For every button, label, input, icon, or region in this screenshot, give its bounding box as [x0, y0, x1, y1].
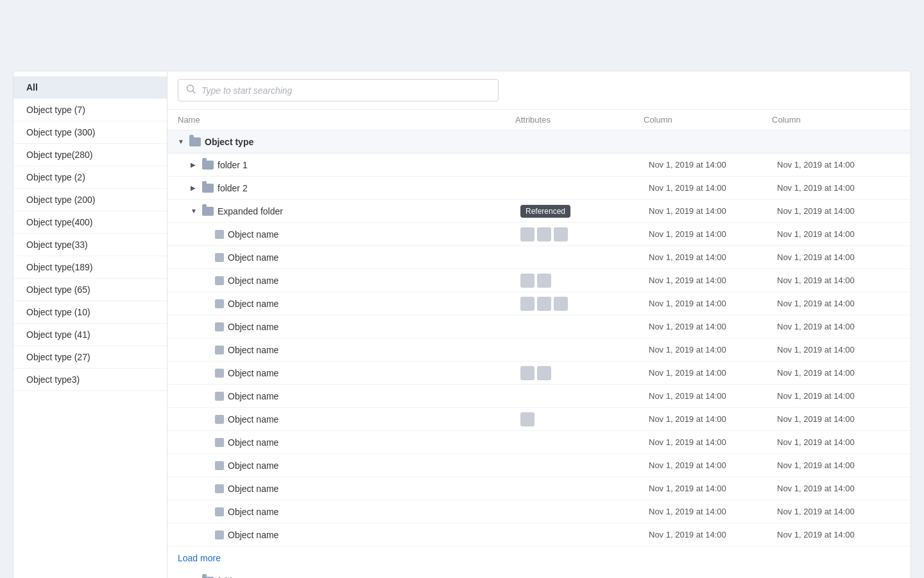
collapse-arrow[interactable]: ▼ — [191, 207, 198, 215]
sidebar-item-ot400[interactable]: Object type(400) — [13, 211, 167, 234]
svg-line-1 — [193, 91, 196, 94]
table-row: Object name Nov 1, 2019 at 14:00 Nov 1, … — [167, 292, 911, 315]
folder3-name: ▶ folder 3 — [178, 571, 515, 579]
collapse-arrow[interactable]: ▼ — [178, 138, 185, 145]
object-label: Object name — [228, 484, 278, 494]
object-col2: Nov 1, 2019 at 14:00 — [772, 484, 900, 493]
object-icon — [215, 346, 224, 355]
sidebar-item-ot65[interactable]: Object type (65) — [13, 279, 167, 301]
folder1-label: folder 1 — [218, 160, 248, 170]
table-row: ▶ folder 2 Nov 1, 2019 at 14:00 Nov 1, 2… — [167, 177, 911, 200]
sidebar-item-ot200[interactable]: Object type (200) — [13, 189, 167, 211]
sidebar-item-ot33[interactable]: Object type(33) — [13, 234, 167, 256]
folder2-label: folder 2 — [218, 183, 248, 193]
expanded-folder-attrs: Referenced — [515, 205, 644, 218]
sidebar-item-ot10[interactable]: Object type (10) — [13, 301, 167, 324]
sidebar-item-ot189[interactable]: Object type(189) — [13, 256, 167, 279]
table-row: Object name Nov 1, 2019 at 14:00 Nov 1, … — [167, 500, 911, 523]
sidebar-item-ot27[interactable]: Object type (27) — [13, 346, 167, 369]
object-icon — [215, 299, 224, 308]
table-row: ▼ Expanded folder Referenced Nov 1, 2019… — [167, 200, 911, 223]
attr-chip — [554, 297, 568, 311]
object-col1: Nov 1, 2019 at 14:00 — [644, 252, 772, 262]
object-col1: Nov 1, 2019 at 14:00 — [644, 368, 772, 378]
object-name: Object name — [178, 317, 515, 337]
expanded-folder-col2: Nov 1, 2019 at 14:00 — [772, 206, 900, 216]
folder3-label: folder 3 — [218, 576, 248, 579]
object-label: Object name — [228, 276, 278, 286]
folder2-col2: Nov 1, 2019 at 14:00 — [772, 183, 900, 193]
object-name: Object name — [178, 478, 515, 499]
object-col2: Nov 1, 2019 at 14:00 — [772, 276, 900, 285]
object-icon — [215, 230, 224, 239]
sidebar-item-ot41[interactable]: Object type (41) — [13, 324, 167, 346]
object-icon — [215, 461, 224, 470]
object-col1: Nov 1, 2019 at 14:00 — [644, 345, 772, 355]
object-col2: Nov 1, 2019 at 14:00 — [772, 460, 900, 470]
header-name: Name — [178, 115, 515, 125]
object-attrs — [515, 274, 644, 288]
object-col2: Nov 1, 2019 at 14:00 — [772, 322, 900, 331]
object-name: Object name — [178, 525, 515, 545]
expanded-folder-col1: Nov 1, 2019 at 14:00 — [644, 206, 772, 216]
attr-chip — [520, 366, 535, 380]
object-label: Object name — [228, 391, 278, 401]
sidebar-item-all[interactable]: All — [13, 76, 167, 99]
object-icon — [215, 530, 224, 539]
sidebar-item-ot7[interactable]: Object type (7) — [13, 99, 167, 121]
object-col2: Nov 1, 2019 at 14:00 — [772, 391, 900, 401]
sidebar-item-ot280[interactable]: Object type(280) — [13, 144, 167, 166]
object-col2: Nov 1, 2019 at 14:00 — [772, 507, 900, 516]
object-label: Object name — [228, 414, 278, 425]
folder2-name: ▶ folder 2 — [178, 178, 515, 198]
object-name: Object name — [178, 293, 515, 314]
object-col1: Nov 1, 2019 at 14:00 — [644, 460, 772, 470]
object-label: Object name — [228, 345, 278, 355]
object-col2: Nov 1, 2019 at 14:00 — [772, 252, 900, 262]
sidebar: AllObject type (7)Object type (300)Objec… — [13, 71, 167, 578]
object-col2: Nov 1, 2019 at 14:00 — [772, 229, 900, 239]
object-col1: Nov 1, 2019 at 14:00 — [644, 414, 772, 424]
object-icon — [215, 369, 224, 378]
folder-icon — [202, 161, 214, 170]
object-attrs — [515, 366, 644, 380]
table-row: ▶ folder 3 Nov 1, 2019 at 14:00 Nov 1, 2… — [167, 570, 911, 578]
folder1-name: ▶ folder 1 — [178, 155, 515, 175]
object-col1: Nov 1, 2019 at 14:00 — [644, 276, 772, 285]
folder2-col1: Nov 1, 2019 at 14:00 — [644, 183, 772, 193]
attr-chip — [520, 274, 535, 288]
object-name: Object name — [178, 363, 515, 383]
load-more-button[interactable]: Load more — [167, 547, 911, 570]
main-content: Name Attributes Column Column ▼ Object t… — [167, 71, 911, 578]
attr-chip — [537, 297, 551, 311]
sidebar-item-ot2[interactable]: Object type (2) — [13, 166, 167, 189]
object-icon — [215, 415, 224, 424]
expand-arrow[interactable]: ▶ — [191, 161, 198, 168]
object-col2: Nov 1, 2019 at 14:00 — [772, 345, 900, 355]
object-attrs — [515, 297, 644, 311]
object-icon — [215, 322, 224, 331]
search-input[interactable] — [201, 85, 490, 96]
section-label: Object type — [205, 137, 253, 147]
attr-chip — [537, 227, 551, 241]
expand-arrow[interactable]: ▶ — [191, 184, 198, 191]
object-name: Object name — [178, 270, 515, 291]
header-attributes: Attributes — [515, 115, 644, 125]
object-name: Object name — [178, 224, 515, 245]
table-header: Name Attributes Column Column — [167, 110, 911, 130]
attr-chip — [520, 297, 535, 311]
object-name: Object name — [178, 247, 515, 268]
object-col1: Nov 1, 2019 at 14:00 — [644, 530, 772, 539]
sidebar-item-ot300[interactable]: Object type (300) — [13, 121, 167, 144]
sidebar-item-ot3[interactable]: Object type3) — [13, 369, 167, 391]
object-col2: Nov 1, 2019 at 14:00 — [772, 530, 900, 539]
search-input-wrapper[interactable] — [178, 79, 499, 101]
attr-chip — [520, 227, 535, 241]
object-col2: Nov 1, 2019 at 14:00 — [772, 299, 900, 308]
object-label: Object name — [228, 368, 278, 378]
object-icon — [215, 438, 224, 447]
object-label: Object name — [228, 252, 278, 263]
object-label: Object name — [228, 507, 278, 517]
table-row: Object name Nov 1, 2019 at 14:00 Nov 1, … — [167, 523, 911, 547]
table-row: Object name Nov 1, 2019 at 14:00 Nov 1, … — [167, 362, 911, 385]
